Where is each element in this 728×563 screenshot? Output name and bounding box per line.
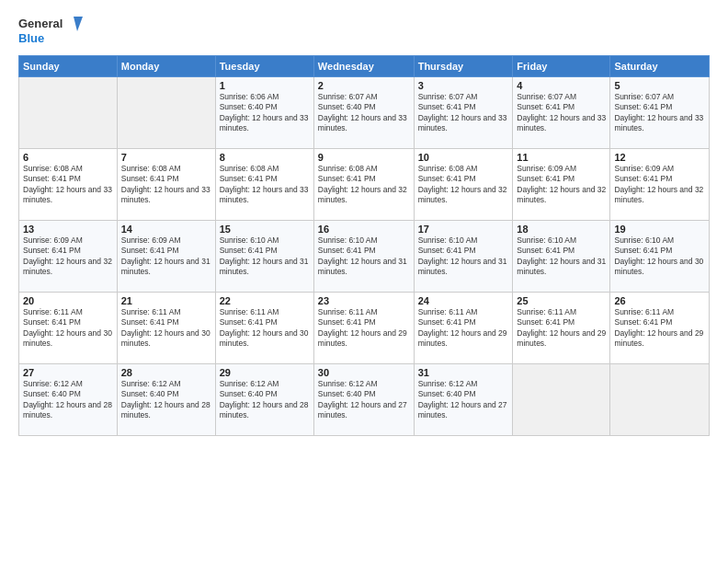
day-number: 27 — [23, 367, 113, 378]
day-info: Sunrise: 6:07 AM Sunset: 6:41 PM Dayligh… — [517, 92, 606, 134]
day-number: 30 — [318, 367, 410, 378]
day-info: Sunrise: 6:11 AM Sunset: 6:41 PM Dayligh… — [121, 307, 211, 350]
day-number: 28 — [121, 367, 211, 378]
calendar-cell: 23Sunrise: 6:11 AM Sunset: 6:41 PM Dayli… — [313, 293, 414, 364]
day-info: Sunrise: 6:11 AM Sunset: 6:41 PM Dayligh… — [517, 307, 606, 350]
calendar-cell — [610, 364, 710, 436]
day-number: 5 — [614, 80, 705, 91]
day-info: Sunrise: 6:08 AM Sunset: 6:41 PM Dayligh… — [418, 164, 509, 206]
calendar-table: SundayMondayTuesdayWednesdayThursdayFrid… — [18, 55, 710, 436]
calendar-week-2: 6Sunrise: 6:08 AM Sunset: 6:41 PM Daylig… — [19, 149, 710, 221]
weekday-row: SundayMondayTuesdayWednesdayThursdayFrid… — [19, 56, 710, 77]
day-info: Sunrise: 6:10 AM Sunset: 6:41 PM Dayligh… — [517, 236, 606, 278]
day-number: 21 — [121, 295, 211, 306]
weekday-header-saturday: Saturday — [610, 56, 710, 77]
calendar-cell: 18Sunrise: 6:10 AM Sunset: 6:41 PM Dayli… — [513, 221, 610, 293]
calendar-week-4: 20Sunrise: 6:11 AM Sunset: 6:41 PM Dayli… — [19, 293, 710, 364]
day-number: 14 — [121, 224, 211, 235]
day-number: 26 — [614, 295, 705, 306]
svg-marker-2 — [74, 17, 83, 31]
weekday-header-thursday: Thursday — [414, 56, 513, 77]
calendar-cell: 30Sunrise: 6:12 AM Sunset: 6:40 PM Dayli… — [313, 364, 414, 436]
calendar-cell: 5Sunrise: 6:07 AM Sunset: 6:41 PM Daylig… — [610, 77, 710, 149]
day-number: 11 — [517, 152, 606, 163]
calendar-cell: 15Sunrise: 6:10 AM Sunset: 6:41 PM Dayli… — [215, 221, 313, 293]
day-number: 19 — [614, 224, 705, 235]
day-info: Sunrise: 6:11 AM Sunset: 6:41 PM Dayligh… — [614, 307, 705, 350]
day-number: 4 — [517, 80, 606, 91]
day-info: Sunrise: 6:09 AM Sunset: 6:41 PM Dayligh… — [517, 164, 606, 206]
day-number: 29 — [220, 367, 310, 378]
calendar-cell: 1Sunrise: 6:06 AM Sunset: 6:40 PM Daylig… — [215, 77, 313, 149]
day-number: 12 — [614, 152, 705, 163]
svg-text:Blue: Blue — [18, 31, 44, 45]
calendar-cell: 28Sunrise: 6:12 AM Sunset: 6:40 PM Dayli… — [117, 364, 215, 436]
calendar-cell: 8Sunrise: 6:08 AM Sunset: 6:41 PM Daylig… — [215, 149, 313, 221]
day-number: 8 — [220, 152, 310, 163]
logo-svg: General Blue — [18, 15, 83, 48]
calendar-cell: 16Sunrise: 6:10 AM Sunset: 6:41 PM Dayli… — [313, 221, 414, 293]
day-number: 23 — [318, 295, 410, 306]
day-info: Sunrise: 6:09 AM Sunset: 6:41 PM Dayligh… — [23, 236, 113, 278]
day-number: 25 — [517, 295, 606, 306]
day-number: 3 — [418, 80, 509, 91]
calendar-cell: 10Sunrise: 6:08 AM Sunset: 6:41 PM Dayli… — [414, 149, 513, 221]
calendar-cell: 2Sunrise: 6:07 AM Sunset: 6:40 PM Daylig… — [313, 77, 414, 149]
weekday-header-tuesday: Tuesday — [215, 56, 313, 77]
day-info: Sunrise: 6:10 AM Sunset: 6:41 PM Dayligh… — [220, 236, 310, 278]
day-info: Sunrise: 6:07 AM Sunset: 6:41 PM Dayligh… — [418, 92, 509, 134]
day-info: Sunrise: 6:12 AM Sunset: 6:40 PM Dayligh… — [318, 379, 410, 421]
day-info: Sunrise: 6:10 AM Sunset: 6:41 PM Dayligh… — [614, 236, 705, 278]
day-number: 1 — [220, 80, 310, 91]
day-info: Sunrise: 6:12 AM Sunset: 6:40 PM Dayligh… — [220, 379, 310, 421]
day-number: 31 — [418, 367, 509, 378]
weekday-header-wednesday: Wednesday — [313, 56, 414, 77]
logo: General Blue — [18, 15, 83, 48]
calendar-cell: 19Sunrise: 6:10 AM Sunset: 6:41 PM Dayli… — [610, 221, 710, 293]
calendar-cell: 13Sunrise: 6:09 AM Sunset: 6:41 PM Dayli… — [19, 221, 118, 293]
day-number: 24 — [418, 295, 509, 306]
day-number: 6 — [23, 152, 113, 163]
day-info: Sunrise: 6:06 AM Sunset: 6:40 PM Dayligh… — [220, 92, 310, 134]
day-number: 20 — [23, 295, 113, 306]
calendar-cell: 24Sunrise: 6:11 AM Sunset: 6:41 PM Dayli… — [414, 293, 513, 364]
day-info: Sunrise: 6:07 AM Sunset: 6:40 PM Dayligh… — [318, 92, 410, 134]
day-info: Sunrise: 6:09 AM Sunset: 6:41 PM Dayligh… — [614, 164, 705, 206]
day-info: Sunrise: 6:07 AM Sunset: 6:41 PM Dayligh… — [614, 92, 705, 134]
calendar-week-5: 27Sunrise: 6:12 AM Sunset: 6:40 PM Dayli… — [19, 364, 710, 436]
calendar-cell: 31Sunrise: 6:12 AM Sunset: 6:40 PM Dayli… — [414, 364, 513, 436]
day-info: Sunrise: 6:12 AM Sunset: 6:40 PM Dayligh… — [418, 379, 509, 421]
day-info: Sunrise: 6:09 AM Sunset: 6:41 PM Dayligh… — [121, 236, 211, 278]
calendar-cell: 29Sunrise: 6:12 AM Sunset: 6:40 PM Dayli… — [215, 364, 313, 436]
day-info: Sunrise: 6:10 AM Sunset: 6:41 PM Dayligh… — [318, 236, 410, 278]
calendar-cell — [117, 77, 215, 149]
calendar-header: SundayMondayTuesdayWednesdayThursdayFrid… — [19, 56, 710, 77]
day-number: 10 — [418, 152, 509, 163]
weekday-header-monday: Monday — [117, 56, 215, 77]
calendar-week-1: 1Sunrise: 6:06 AM Sunset: 6:40 PM Daylig… — [19, 77, 710, 149]
day-info: Sunrise: 6:10 AM Sunset: 6:41 PM Dayligh… — [418, 236, 509, 278]
calendar-cell: 14Sunrise: 6:09 AM Sunset: 6:41 PM Dayli… — [117, 221, 215, 293]
calendar-cell: 17Sunrise: 6:10 AM Sunset: 6:41 PM Dayli… — [414, 221, 513, 293]
svg-text:General: General — [18, 17, 63, 30]
day-info: Sunrise: 6:08 AM Sunset: 6:41 PM Dayligh… — [318, 164, 410, 206]
calendar-cell: 12Sunrise: 6:09 AM Sunset: 6:41 PM Dayli… — [610, 149, 710, 221]
day-number: 9 — [318, 152, 410, 163]
day-number: 22 — [220, 295, 310, 306]
day-info: Sunrise: 6:12 AM Sunset: 6:40 PM Dayligh… — [23, 379, 113, 421]
calendar-cell: 11Sunrise: 6:09 AM Sunset: 6:41 PM Dayli… — [513, 149, 610, 221]
day-info: Sunrise: 6:08 AM Sunset: 6:41 PM Dayligh… — [220, 164, 310, 206]
calendar-cell — [513, 364, 610, 436]
day-info: Sunrise: 6:11 AM Sunset: 6:41 PM Dayligh… — [318, 307, 410, 350]
day-number: 18 — [517, 224, 606, 235]
day-info: Sunrise: 6:08 AM Sunset: 6:41 PM Dayligh… — [121, 164, 211, 206]
weekday-header-sunday: Sunday — [19, 56, 118, 77]
calendar-cell: 7Sunrise: 6:08 AM Sunset: 6:41 PM Daylig… — [117, 149, 215, 221]
day-info: Sunrise: 6:11 AM Sunset: 6:41 PM Dayligh… — [23, 307, 113, 350]
day-number: 7 — [121, 152, 211, 163]
day-number: 13 — [23, 224, 113, 235]
calendar-week-3: 13Sunrise: 6:09 AM Sunset: 6:41 PM Dayli… — [19, 221, 710, 293]
calendar-cell: 27Sunrise: 6:12 AM Sunset: 6:40 PM Dayli… — [19, 364, 118, 436]
day-number: 2 — [318, 80, 410, 91]
calendar-cell: 6Sunrise: 6:08 AM Sunset: 6:41 PM Daylig… — [19, 149, 118, 221]
